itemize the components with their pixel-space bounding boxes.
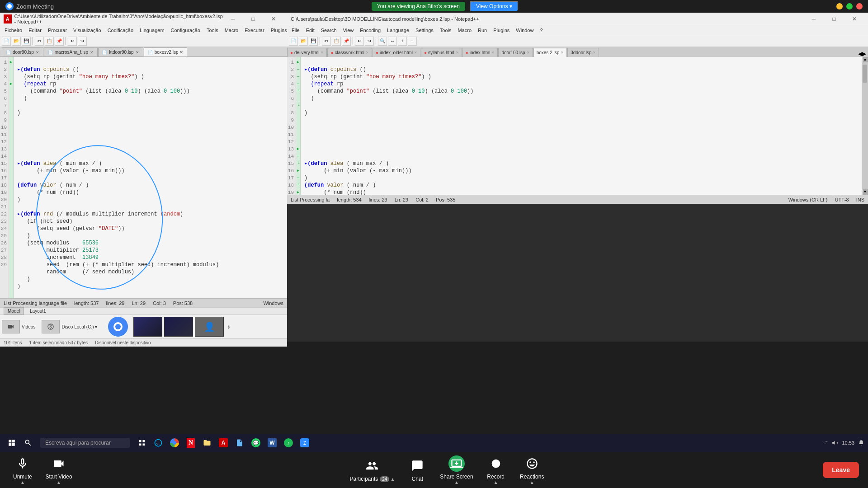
right-tb-open[interactable]: 📂	[299, 37, 308, 46]
right-tab-index[interactable]: ● index.html ✕	[462, 48, 498, 57]
taskbar-file-icon[interactable]	[231, 435, 248, 451]
taskbar-netflix-icon[interactable]: N	[183, 435, 199, 451]
right-tab-syllabus[interactable]: ● syllabus.html ✕	[421, 48, 462, 57]
right-menu-macro[interactable]: Macro	[455, 27, 474, 34]
right-menu-settings[interactable]: Settings	[413, 27, 436, 34]
right-tb-save[interactable]: 💾	[309, 37, 318, 46]
right-menu-file[interactable]: File	[289, 27, 302, 34]
tab-macrosAna[interactable]: 📄 macrosAna_f.lsp ✕	[44, 47, 98, 56]
menu-plugins[interactable]: Plugins	[268, 27, 290, 34]
right-tab-delivery[interactable]: ● delivery.html ✕	[287, 48, 327, 57]
menu-procurar[interactable]: Procurar	[45, 27, 70, 34]
taskbar-word-icon[interactable]: W	[264, 435, 280, 451]
right-tb-redo[interactable]: ↪	[365, 37, 374, 46]
tb-copy[interactable]: 📋	[45, 37, 54, 46]
share-screen-control[interactable]: Share Screen ▲	[440, 455, 473, 485]
right-menu-run[interactable]: Run	[475, 27, 490, 34]
menu-tools[interactable]: Tools	[204, 27, 221, 34]
right-menu-tools[interactable]: Tools	[437, 27, 454, 34]
left-np-minimize-btn[interactable]: ─	[223, 13, 243, 25]
zoom-minimize-button[interactable]	[836, 3, 843, 9]
task-view-btn[interactable]	[134, 435, 150, 451]
taskbar-search-box[interactable]: Escreva aqui para procurar	[40, 438, 130, 448]
start-button[interactable]	[4, 435, 20, 451]
view-options-button[interactable]: View Options ▾	[470, 1, 519, 12]
right-tb-zoomout[interactable]: −	[408, 37, 417, 46]
right-menu-view[interactable]: View	[340, 27, 357, 34]
right-tb-search[interactable]: 🔍	[378, 37, 387, 46]
right-menu-plugins[interactable]: Plugins	[491, 27, 512, 34]
right-tb-undo[interactable]: ↩	[355, 37, 364, 46]
right-tb-replace[interactable]: ↔	[388, 37, 397, 46]
left-code-content[interactable]: ▸(defun c:points () (setq rp (getint "ho…	[14, 57, 287, 298]
right-np-close-btn[interactable]: ✕	[844, 13, 864, 25]
left-np-maximize-btn[interactable]: □	[243, 13, 263, 25]
right-tab-index-older[interactable]: ● index_older.html ✕	[373, 48, 420, 57]
reactions-control[interactable]: Reactions ▲	[519, 455, 546, 485]
layout1-tab[interactable]: Layout1	[26, 308, 50, 314]
participants-control[interactable]: Participants 24 ▲	[350, 458, 395, 482]
zoom-close-button[interactable]	[856, 3, 863, 9]
taskbar-zoom-icon[interactable]: Z	[297, 435, 313, 451]
menu-linguagem[interactable]: Linguagem	[137, 27, 167, 34]
menu-visualizacao[interactable]: Visualização	[71, 27, 104, 34]
tab-prev-btn[interactable]: ◀	[858, 51, 862, 57]
menu-configuracao[interactable]: Configuração	[168, 27, 203, 34]
right-menu-search[interactable]: Search	[318, 27, 340, 34]
right-code-content[interactable]: ▸(defun c:points () (setq rp (getint "ho…	[301, 57, 862, 195]
right-np-maximize-btn[interactable]: □	[824, 13, 844, 25]
start-video-control[interactable]: Start Video ▲	[45, 455, 72, 485]
menu-executar[interactable]: Executar	[242, 27, 267, 34]
right-tb-paste[interactable]: 📌	[342, 37, 351, 46]
right-code-area[interactable]: 12345 678910 1112131415 1617181920 21222…	[287, 57, 868, 195]
scroll-thumb[interactable]	[863, 65, 867, 83]
tb-undo[interactable]: ↩	[68, 37, 77, 46]
tab-boxesv2[interactable]: 📄 boxesv2.lsp ✕	[144, 47, 188, 56]
unmute-control[interactable]: Unmute ▲	[9, 455, 36, 485]
right-tab-classwork[interactable]: ● classwork.html ✕	[327, 48, 372, 57]
right-np-minimize-btn[interactable]: ─	[804, 13, 824, 25]
chat-control[interactable]: Chat	[404, 458, 431, 482]
tab-door90[interactable]: 📄 door90.lsp ✕	[2, 47, 43, 56]
record-control[interactable]: Record ▲	[482, 455, 509, 485]
right-tb-new[interactable]: 📄	[289, 37, 298, 46]
tab-next-btn[interactable]: ▶	[862, 51, 866, 57]
taskbar-edge-icon[interactable]	[150, 435, 166, 451]
right-tab-boxes2[interactable]: boxes 2.lsp ✕	[533, 48, 567, 57]
menu-macro[interactable]: Macro	[222, 27, 241, 34]
right-tb-copy[interactable]: 📋	[332, 37, 341, 46]
right-menu-window[interactable]: Window	[513, 27, 536, 34]
tb-cut[interactable]: ✂	[35, 37, 44, 46]
right-menu-language[interactable]: Language	[384, 27, 412, 34]
taskbar-spotify-icon[interactable]: ♪	[280, 435, 297, 451]
tab-ktdoor90[interactable]: 📄 ktdoor90.lsp ✕	[98, 47, 143, 56]
taskbar-folder-icon[interactable]	[199, 435, 215, 451]
tb-open[interactable]: 📂	[12, 37, 21, 46]
tb-save[interactable]: 💾	[22, 37, 31, 46]
right-tb-zoomin[interactable]: +	[398, 37, 407, 46]
right-tb-cut[interactable]: ✂	[322, 37, 331, 46]
scroll-up-btn[interactable]: ▲	[863, 57, 868, 62]
menu-codificacao[interactable]: Codificação	[105, 27, 136, 34]
right-menu-edit[interactable]: Edit	[303, 27, 317, 34]
model-tab[interactable]: Model	[4, 307, 24, 315]
taskbar-chrome-icon[interactable]	[166, 435, 183, 451]
taskbar-autocad-icon[interactable]: A	[215, 435, 231, 451]
taskbar-whatsapp-icon[interactable]: 💬	[248, 435, 264, 451]
right-menu-encoding[interactable]: Encoding	[357, 27, 383, 34]
explorer-more-btn[interactable]: ›	[227, 323, 230, 331]
tb-new[interactable]: 📄	[2, 37, 11, 46]
tb-paste[interactable]: 📌	[55, 37, 64, 46]
scroll-down-btn[interactable]: ▼	[863, 189, 868, 195]
tb-redo[interactable]: ↪	[78, 37, 87, 46]
search-taskbar-btn[interactable]	[20, 435, 36, 451]
right-scrollbar[interactable]: ▲ ▼	[862, 57, 868, 195]
right-menu-help[interactable]: ?	[537, 27, 545, 34]
right-tab-3ddoor[interactable]: 3ddoor.lsp ✕	[567, 48, 599, 57]
right-tab-door100[interactable]: door100.lsp ✕	[498, 48, 533, 57]
leave-button[interactable]: Leave	[823, 462, 859, 478]
scroll-track[interactable]	[862, 62, 868, 189]
zoom-maximize-button[interactable]	[846, 3, 853, 9]
menu-ficheiro[interactable]: Ficheiro	[2, 27, 25, 34]
taskbar-notification-icon[interactable]	[858, 440, 864, 446]
